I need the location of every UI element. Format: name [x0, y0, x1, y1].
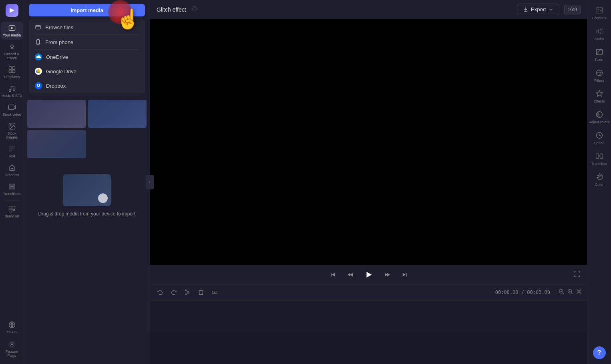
sidebar-item-templates[interactable]: Templates	[1, 63, 23, 81]
import-dropdown: Browse files From phone OneDrive Google …	[29, 20, 145, 93]
sidebar-item-stock-images[interactable]: Stock images	[1, 120, 23, 142]
onedrive-item[interactable]: OneDrive	[29, 50, 145, 64]
onedrive-label: OneDrive	[46, 54, 68, 60]
add-to-timeline-button[interactable]	[209, 287, 220, 298]
right-item-effects[interactable]: Effects	[588, 86, 611, 107]
from-phone-item[interactable]: From phone	[29, 35, 145, 49]
sidebar-item-feature-flags[interactable]: Feature Flags	[1, 338, 23, 360]
google-drive-icon	[35, 68, 42, 75]
svg-point-20	[38, 43, 38, 44]
zoom-out-button[interactable]	[558, 288, 565, 296]
svg-rect-12	[12, 206, 15, 209]
sidebar-label-brand-kit: Brand kit	[5, 214, 19, 218]
timeline-track-area[interactable]	[150, 300, 587, 332]
media-thumbnails	[27, 100, 147, 158]
svg-rect-5	[12, 70, 15, 73]
zoom-in-button[interactable]	[567, 288, 573, 296]
zoom-controls	[558, 288, 582, 296]
sidebar-item-graphics[interactable]: Graphics	[1, 161, 23, 179]
right-item-adjust-colors[interactable]: Adjust colors	[588, 107, 611, 127]
total-time: 00:00.00	[527, 290, 550, 295]
svg-point-17	[8, 341, 15, 348]
skip-back-button[interactable]	[327, 269, 338, 280]
media-thumbnail-2[interactable]	[88, 100, 147, 128]
adjust-colors-label: Adjust colors	[589, 120, 610, 124]
help-button[interactable]: ?	[593, 346, 606, 359]
transition-label: Transition	[591, 162, 607, 166]
sidebar-item-brand-kit[interactable]: Brand kit	[1, 203, 23, 221]
skip-forward-button[interactable]	[399, 269, 410, 280]
project-title: Glitch effect	[157, 6, 186, 13]
media-panel: Import media Browse files From phone One…	[24, 0, 150, 364]
svg-point-22	[185, 294, 187, 295]
undo-button[interactable]	[155, 287, 165, 298]
browse-files-item[interactable]: Browse files	[29, 20, 145, 34]
svg-point-23	[185, 290, 187, 291]
right-sidebar: Captions Audio Fade Filters Effect	[587, 0, 611, 364]
google-drive-item[interactable]: Google Drive	[29, 64, 145, 78]
from-phone-label: From phone	[45, 39, 73, 45]
dropbox-item[interactable]: Dropbox	[29, 78, 145, 93]
sidebar-item-en-us[interactable]: en-US	[1, 318, 23, 336]
right-item-captions[interactable]: Captions	[588, 3, 611, 23]
export-button[interactable]: Export	[517, 4, 559, 15]
forward-button[interactable]	[382, 269, 393, 280]
onedrive-icon	[35, 53, 42, 60]
svg-point-41	[597, 175, 599, 176]
cut-button[interactable]	[182, 287, 193, 298]
drop-zone[interactable]: Drag & drop media from your device to im…	[27, 162, 147, 229]
svg-point-43	[597, 177, 598, 178]
video-preview	[150, 19, 587, 265]
sidebar-item-transitions[interactable]: Transitions	[1, 180, 23, 198]
right-item-filters[interactable]: Filters	[588, 66, 611, 86]
redo-button[interactable]	[169, 287, 179, 298]
sidebar-item-music-sfx[interactable]: Music & SFX	[1, 82, 23, 100]
rewind-button[interactable]	[345, 269, 356, 280]
color-label: Color	[595, 183, 604, 187]
svg-point-1	[10, 45, 13, 48]
speed-label: Speed	[594, 141, 604, 145]
sidebar-item-record-create[interactable]: Record & create	[1, 40, 23, 62]
right-item-audio[interactable]: Audio	[588, 24, 611, 44]
playback-controls	[150, 265, 587, 284]
sidebar-label-text: Text	[8, 154, 15, 158]
right-item-fade[interactable]: Fade	[588, 45, 611, 65]
sidebar-item-your-media[interactable]: Your media	[1, 22, 23, 40]
fullscreen-button[interactable]	[573, 270, 581, 279]
play-button[interactable]	[362, 268, 375, 281]
export-label: Export	[531, 6, 546, 12]
main-center: Glitch effect Export 16:9	[150, 0, 587, 364]
current-time: 00:00.00	[495, 290, 519, 295]
sidebar-label-en-us: en-US	[7, 330, 17, 334]
delete-button[interactable]	[196, 287, 206, 298]
right-item-transition[interactable]: Transition	[588, 149, 611, 169]
audio-label: Audio	[595, 37, 604, 41]
google-drive-label: Google Drive	[46, 68, 76, 74]
svg-rect-18	[36, 25, 40, 29]
sidebar-label-transitions: Transitions	[3, 192, 21, 196]
panel-collapse-handle[interactable]: ‹	[146, 175, 154, 189]
media-thumbnail-1[interactable]	[27, 100, 86, 128]
svg-rect-8	[8, 105, 14, 110]
sidebar-item-text[interactable]: Text	[1, 143, 23, 161]
svg-rect-4	[9, 70, 12, 73]
aspect-ratio-badge[interactable]: 16:9	[564, 5, 581, 14]
svg-rect-11	[9, 206, 12, 209]
sidebar-item-stock-video[interactable]: Stock video	[1, 101, 23, 119]
sidebar-label-stock-video: Stock video	[2, 113, 21, 117]
svg-rect-13	[9, 209, 12, 212]
left-sidebar: Your media Record & create Templates Mus…	[0, 0, 24, 364]
dropbox-icon	[35, 82, 42, 89]
dropbox-label: Dropbox	[46, 83, 66, 89]
fit-to-view-button[interactable]	[576, 288, 582, 296]
sidebar-label-feature-flags: Feature Flags	[2, 350, 22, 358]
import-media-button[interactable]: Import media	[29, 4, 145, 16]
top-bar: Glitch effect Export 16:9	[150, 0, 587, 19]
media-thumbnail-3[interactable]	[27, 130, 86, 158]
captions-label: Captions	[592, 16, 607, 20]
filters-label: Filters	[594, 78, 604, 82]
svg-rect-3	[12, 67, 15, 70]
svg-rect-32	[578, 291, 580, 292]
right-item-speed[interactable]: Speed	[588, 128, 611, 148]
right-item-color[interactable]: Color	[588, 170, 611, 190]
